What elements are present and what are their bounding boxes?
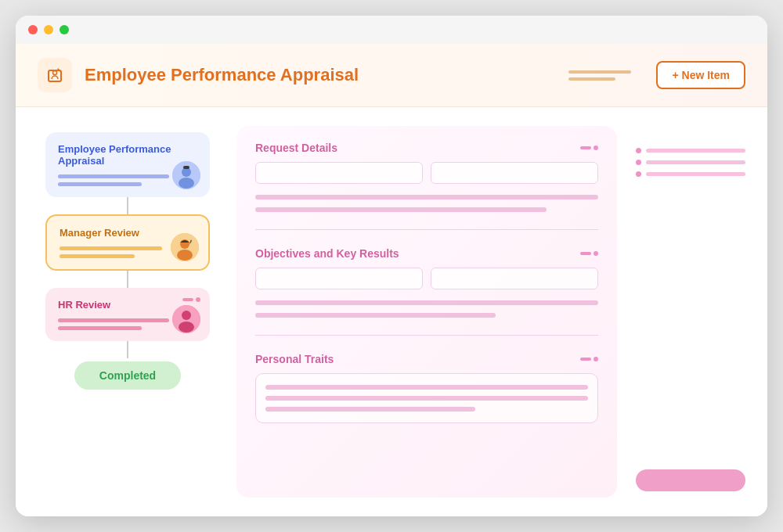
traits-line-3 xyxy=(265,407,475,412)
svg-point-11 xyxy=(179,322,194,332)
right-line-2 xyxy=(646,160,745,164)
objectives-field-1[interactable] xyxy=(255,268,423,289)
card-line xyxy=(60,246,162,250)
avatar-hr xyxy=(172,305,200,333)
card-line xyxy=(58,326,142,330)
status-dot xyxy=(196,297,200,302)
section-request-details: Request Details xyxy=(255,142,598,212)
divider-1 xyxy=(255,229,598,230)
section-dot-icon xyxy=(594,146,598,150)
section-title-objectives: Objectives and Key Results xyxy=(255,247,399,260)
section-header-request: Request Details xyxy=(255,142,598,154)
section-title-request: Request Details xyxy=(255,142,337,154)
app-header: Employee Performance Appraisal + New Ite… xyxy=(16,44,767,107)
request-field-2[interactable] xyxy=(431,162,598,184)
objectives-field-row-1 xyxy=(255,268,598,289)
card-line xyxy=(58,318,169,322)
objectives-full-line xyxy=(255,300,598,305)
minimize-dot[interactable] xyxy=(44,25,53,34)
workflow-card-appraisal[interactable]: Employee PerformanceAppraisal xyxy=(45,132,210,197)
header-line-2 xyxy=(568,77,615,81)
right-items-list xyxy=(636,132,745,177)
completed-badge: Completed xyxy=(74,361,181,390)
connector-1 xyxy=(127,197,128,214)
section-icons-traits xyxy=(580,358,598,361)
workflow-card-hr[interactable]: HR Review xyxy=(45,288,210,341)
section-dash-icon xyxy=(580,358,591,361)
request-full-line xyxy=(255,195,598,200)
right-sidebar xyxy=(636,126,745,498)
right-action-button[interactable] xyxy=(636,469,745,491)
header-line-1 xyxy=(568,70,631,74)
right-dot-3 xyxy=(636,171,641,177)
right-line-1 xyxy=(646,149,745,153)
traits-line-2 xyxy=(265,396,588,401)
appraisal-icon xyxy=(38,58,72,92)
svg-point-10 xyxy=(182,311,191,320)
avatar-manager xyxy=(171,233,199,261)
right-dot-1 xyxy=(636,148,641,153)
workflow-card-manager[interactable]: Manager Review xyxy=(45,214,210,271)
section-header-traits: Personal Traits xyxy=(255,353,598,365)
objectives-partial-line xyxy=(255,313,496,318)
right-line-3 xyxy=(646,172,745,176)
middle-column: Request Details Objectives and Key R xyxy=(236,126,617,498)
section-icons-objectives xyxy=(580,252,598,256)
new-item-button[interactable]: + New Item xyxy=(656,61,745,89)
divider-2 xyxy=(255,335,598,336)
hr-status-dots xyxy=(182,297,200,302)
svg-point-1 xyxy=(53,71,57,75)
right-item-3 xyxy=(636,171,745,177)
section-dash-icon xyxy=(580,252,591,255)
section-title-traits: Personal Traits xyxy=(255,353,334,365)
header-decoration xyxy=(568,70,631,81)
main-content: Employee PerformanceAppraisal xyxy=(16,107,767,516)
page-title: Employee Performance Appraisal xyxy=(85,65,556,85)
section-dot-icon xyxy=(594,251,598,256)
svg-point-4 xyxy=(179,178,194,189)
right-item-2 xyxy=(636,160,745,165)
close-dot[interactable] xyxy=(28,25,38,34)
section-dot-icon xyxy=(594,357,598,361)
traits-line-1 xyxy=(265,385,588,390)
section-personal-traits: Personal Traits xyxy=(255,353,598,423)
connector-2 xyxy=(127,271,128,288)
right-item-1 xyxy=(636,148,745,153)
card-line xyxy=(58,174,169,178)
title-bar xyxy=(16,16,767,44)
svg-rect-5 xyxy=(183,166,189,169)
app-window: Employee Performance Appraisal + New Ite… xyxy=(16,16,767,516)
objectives-field-2[interactable] xyxy=(431,268,598,289)
request-field-row-1 xyxy=(255,162,598,184)
card-line xyxy=(60,254,135,258)
traits-text-area[interactable] xyxy=(255,373,598,423)
workflow-column: Employee PerformanceAppraisal xyxy=(38,126,218,498)
section-objectives: Objectives and Key Results xyxy=(255,247,598,318)
card-line xyxy=(58,182,142,186)
status-dash xyxy=(182,298,193,301)
section-dash-icon xyxy=(580,146,591,149)
request-field-1[interactable] xyxy=(255,162,423,184)
connector-3 xyxy=(127,341,128,358)
svg-point-8 xyxy=(177,250,193,261)
section-icons-request xyxy=(580,146,598,150)
request-partial-line xyxy=(255,207,547,212)
card-title-appraisal: Employee PerformanceAppraisal xyxy=(58,143,197,167)
avatar-appraisal xyxy=(172,161,200,189)
maximize-dot[interactable] xyxy=(60,25,69,34)
right-dot-2 xyxy=(636,160,641,165)
section-header-objectives: Objectives and Key Results xyxy=(255,247,598,260)
